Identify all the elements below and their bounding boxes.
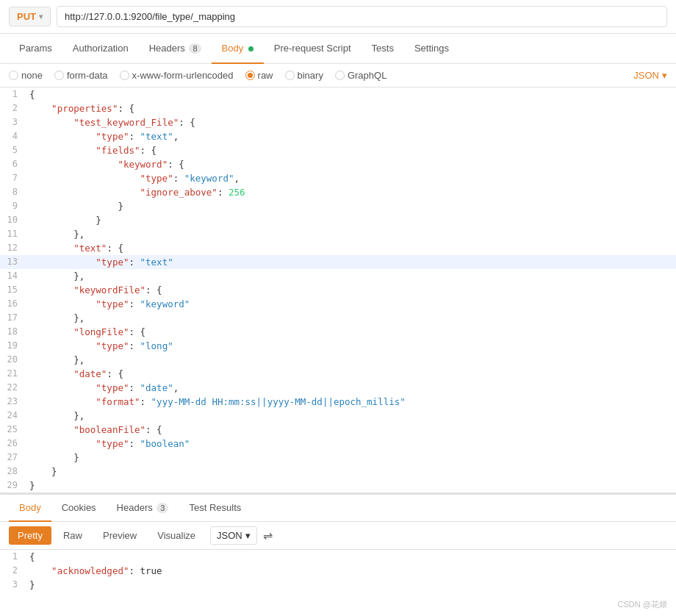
method-select[interactable]: PUT ▾ [9, 7, 51, 26]
editor-line-20: 20 }, [0, 353, 676, 367]
line-number: 11 [0, 227, 26, 241]
line-number: 6 [0, 157, 26, 171]
response-tab-body[interactable]: Body [9, 495, 51, 522]
line-number: 29 [0, 479, 26, 493]
editor-line-14: 14 }, [0, 269, 676, 283]
editor-line-1: 1{ [0, 87, 676, 101]
response-json-dropdown[interactable]: JSON ▾ [210, 526, 257, 545]
tab-tests[interactable]: Tests [362, 34, 404, 64]
editor-line-8: 8 "ignore_above": 256 [0, 185, 676, 199]
body-dot [248, 46, 254, 51]
tab-pre-request[interactable]: Pre-request Script [264, 34, 362, 64]
line-content: "type": "text" [26, 255, 173, 269]
line-number: 19 [0, 339, 26, 353]
tab-headers[interactable]: Headers 8 [139, 34, 212, 64]
editor-line-9: 9 } [0, 199, 676, 213]
editor-line-11: 11 }, [0, 227, 676, 241]
response-tab-test-results[interactable]: Test Results [179, 495, 251, 522]
line-content: "type": "long" [26, 339, 173, 353]
editor-line-19: 19 "type": "long" [0, 339, 676, 353]
line-content: } [26, 479, 35, 493]
line-number: 7 [0, 171, 26, 185]
line-number: 1 [0, 87, 26, 101]
editor-line-23: 23 "format": "yyy-MM-dd HH:mm:ss||yyyy-M… [0, 395, 676, 409]
line-content: }, [26, 269, 84, 283]
line-content: } [26, 199, 123, 213]
tab-authorization[interactable]: Authorization [62, 34, 139, 64]
code-editor[interactable]: 1{2 "properties": {3 "test_keyword_File"… [0, 87, 676, 493]
format-pretty[interactable]: Pretty [9, 526, 51, 545]
radio-none [9, 71, 18, 80]
tab-params[interactable]: Params [9, 34, 62, 64]
editor-line-7: 7 "type": "keyword", [0, 171, 676, 185]
response-format-bar: Pretty Raw Preview Visualize JSON ▾ ⇌ [0, 522, 676, 550]
json-dropdown-chevron: ▾ [662, 70, 667, 81]
line-content: } [26, 465, 57, 479]
line-content: "booleanFile": { [26, 423, 162, 437]
editor-line-28: 28 } [0, 465, 676, 479]
line-number: 2 [0, 101, 26, 115]
radio-graphql [335, 71, 345, 80]
line-number: 15 [0, 283, 26, 297]
tab-settings[interactable]: Settings [404, 34, 459, 64]
watermark: CSDN @花煨 [618, 599, 667, 609]
line-content: { [26, 87, 35, 101]
radio-urlencoded [120, 71, 129, 80]
body-type-bar: none form-data x-www-form-urlencoded raw… [0, 64, 676, 87]
response-tab-headers[interactable]: Headers 3 [107, 495, 179, 522]
line-content: "ignore_above": 256 [26, 185, 245, 199]
line-number: 26 [0, 437, 26, 451]
radio-binary [285, 71, 295, 80]
radio-raw [245, 71, 255, 80]
wrap-icon[interactable]: ⇌ [263, 529, 273, 542]
format-visualize[interactable]: Visualize [148, 526, 204, 545]
line-content: "keywordFile": { [26, 283, 162, 297]
body-type-raw[interactable]: raw [245, 70, 273, 81]
line-number: 10 [0, 213, 26, 227]
line-number: 1 [0, 550, 26, 564]
format-raw[interactable]: Raw [54, 526, 91, 545]
editor-line-27: 27 } [0, 451, 676, 465]
line-content: "properties": { [26, 101, 134, 115]
editor-line-6: 6 "keyword": { [0, 157, 676, 171]
response-tab-cookies[interactable]: Cookies [51, 495, 107, 522]
line-number: 4 [0, 129, 26, 143]
format-preview[interactable]: Preview [94, 526, 145, 545]
line-content: "test_keyword_File": { [26, 115, 195, 129]
response-json-label: JSON [217, 530, 242, 541]
line-number: 21 [0, 367, 26, 381]
line-content: "type": "date", [26, 381, 179, 395]
line-number: 28 [0, 465, 26, 479]
line-content: "type": "boolean" [26, 437, 190, 451]
line-content: } [26, 213, 101, 227]
json-format-dropdown[interactable]: JSON ▾ [633, 70, 667, 81]
line-number: 12 [0, 241, 26, 255]
url-input[interactable] [57, 6, 667, 27]
tab-body[interactable]: Body [212, 34, 264, 64]
body-type-none[interactable]: none [9, 70, 43, 81]
editor-line-24: 24 }, [0, 409, 676, 423]
editor-line-22: 22 "type": "date", [0, 381, 676, 395]
line-number: 3 [0, 578, 26, 592]
body-type-binary[interactable]: binary [285, 70, 323, 81]
body-type-urlencoded[interactable]: x-www-form-urlencoded [120, 70, 234, 81]
line-number: 9 [0, 199, 26, 213]
line-content: "acknowledged": true [26, 564, 162, 578]
body-type-graphql[interactable]: GraphQL [335, 70, 386, 81]
editor-line-10: 10 } [0, 213, 676, 227]
editor-line-26: 26 "type": "boolean" [0, 437, 676, 451]
line-number: 22 [0, 381, 26, 395]
radio-form-data [54, 71, 64, 80]
response-tabs: Body Cookies Headers 3 Test Results [0, 495, 676, 522]
line-number: 3 [0, 115, 26, 129]
line-content: "longFile": { [26, 325, 145, 339]
editor-line-18: 18 "longFile": { [0, 325, 676, 339]
line-content: }, [26, 353, 84, 367]
line-content: "text": { [26, 241, 123, 255]
line-content: "keyword": { [26, 157, 184, 171]
body-type-form-data[interactable]: form-data [54, 70, 108, 81]
line-content: "type": "text", [26, 129, 179, 143]
line-content: "fields": { [26, 143, 157, 157]
line-number: 2 [0, 564, 26, 578]
response-line-2: 2 "acknowledged": true [0, 564, 676, 578]
